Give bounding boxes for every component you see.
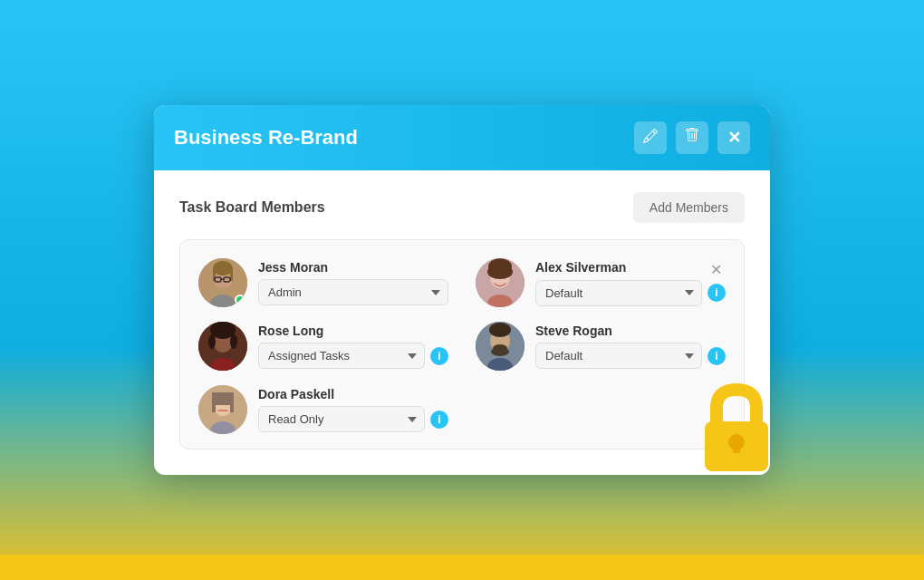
member-name-steve: Steve Rogan	[535, 324, 726, 338]
online-indicator-jess	[235, 295, 245, 305]
avatar-steve	[476, 322, 525, 371]
svg-rect-34	[230, 392, 234, 412]
member-info-dora: Dora Paskell Admin Default Assigned Task…	[258, 387, 448, 432]
member-row-alex: Alex Silverman ✕ Admin Default Assigned …	[476, 258, 726, 307]
svg-rect-33	[212, 392, 216, 412]
svg-point-3	[213, 261, 233, 276]
delete-button[interactable]	[676, 121, 708, 154]
svg-point-26	[489, 323, 511, 337]
svg-point-13	[487, 265, 513, 279]
svg-point-28	[493, 344, 507, 352]
yellow-bottom-bar	[0, 555, 924, 580]
svg-point-18	[208, 334, 216, 349]
member-name-rose: Rose Long	[258, 324, 448, 338]
member-info-alex: Alex Silverman ✕ Admin Default Assigned …	[535, 260, 726, 306]
lock-icon	[687, 381, 786, 480]
member-row-jess: Jess Moran Admin Default Assigned Tasks …	[198, 258, 448, 307]
member-header-alex: Alex Silverman ✕	[535, 260, 726, 280]
info-icon-steve[interactable]: i	[707, 347, 726, 365]
member-role-row-steve: Admin Default Assigned Tasks Read Only i	[535, 343, 726, 369]
role-select-steve[interactable]: Admin Default Assigned Tasks Read Only	[535, 343, 702, 369]
modal-header: Business Re-Brand ✕	[154, 105, 770, 170]
modal-dialog: Business Re-Brand ✕	[154, 105, 770, 475]
member-role-row-dora: Admin Default Assigned Tasks Read Only i	[258, 406, 448, 432]
close-icon: ✕	[727, 128, 741, 148]
add-members-button[interactable]: Add Members	[633, 192, 745, 223]
role-select-jess[interactable]: Admin Default Assigned Tasks Read Only	[258, 279, 448, 305]
avatar-alex	[476, 258, 525, 307]
close-button[interactable]: ✕	[717, 121, 750, 154]
avatar-rose	[198, 322, 247, 371]
info-icon-rose[interactable]: i	[430, 347, 448, 365]
member-role-row-jess: Admin Default Assigned Tasks Read Only	[258, 279, 448, 305]
member-row-rose: Rose Long Admin Default Assigned Tasks R…	[198, 322, 448, 371]
member-row-dora: Dora Paskell Admin Default Assigned Task…	[198, 385, 448, 434]
member-row-steve: Steve Rogan Admin Default Assigned Tasks…	[476, 322, 726, 371]
pencil-icon	[643, 129, 658, 148]
role-select-alex[interactable]: Admin Default Assigned Tasks Read Only	[535, 280, 702, 306]
member-role-row-rose: Admin Default Assigned Tasks Read Only i	[258, 343, 448, 369]
remove-alex-button[interactable]: ✕	[706, 260, 726, 280]
role-select-rose[interactable]: Admin Default Assigned Tasks Read Only	[258, 343, 425, 369]
svg-point-19	[230, 334, 237, 349]
section-header: Task Board Members Add Members	[179, 192, 745, 223]
member-name-alex: Alex Silverman	[535, 260, 700, 275]
member-role-row-alex: Admin Default Assigned Tasks Read Only i	[535, 280, 726, 306]
info-icon-dora[interactable]: i	[430, 411, 448, 429]
member-name-dora: Dora Paskell	[258, 387, 448, 401]
modal-title: Business Re-Brand	[174, 126, 358, 150]
section-title: Task Board Members	[179, 199, 325, 216]
member-info-rose: Rose Long Admin Default Assigned Tasks R…	[258, 324, 448, 369]
lock-icon-container	[687, 381, 786, 484]
members-grid: Jess Moran Admin Default Assigned Tasks …	[198, 258, 726, 434]
member-name-jess: Jess Moran	[258, 260, 448, 275]
modal-header-actions: ✕	[634, 121, 750, 154]
svg-rect-39	[733, 442, 740, 453]
member-info-steve: Steve Rogan Admin Default Assigned Tasks…	[535, 324, 726, 369]
avatar-jess	[198, 258, 247, 307]
role-select-dora[interactable]: Admin Default Assigned Tasks Read Only	[258, 406, 425, 432]
svg-point-22	[224, 325, 235, 336]
edit-button[interactable]	[634, 121, 667, 154]
trash-icon	[685, 128, 699, 149]
avatar-dora	[198, 385, 247, 434]
member-info-jess: Jess Moran Admin Default Assigned Tasks …	[258, 260, 448, 305]
info-icon-alex[interactable]: i	[707, 284, 726, 302]
modal-body: Task Board Members Add Members	[154, 170, 770, 475]
members-container: Jess Moran Admin Default Assigned Tasks …	[179, 239, 745, 450]
